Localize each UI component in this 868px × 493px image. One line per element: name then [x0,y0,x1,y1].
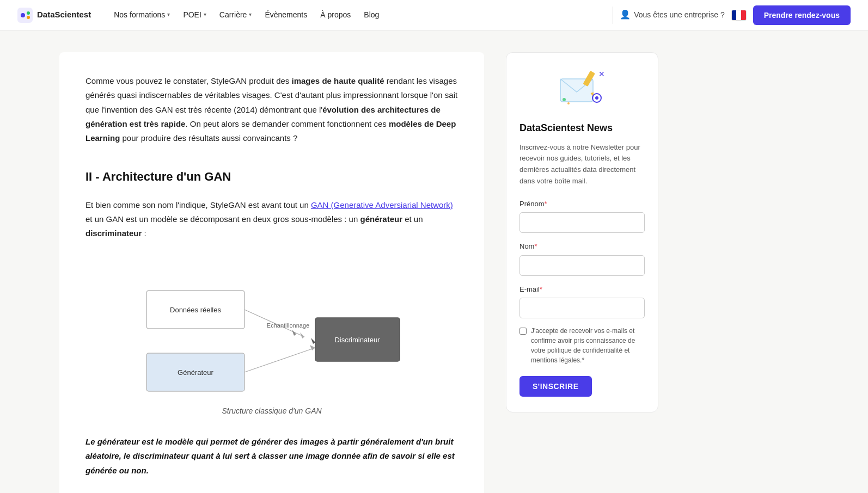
page-wrapper: Comme vous pouvez le constater, StyleGAN… [42,30,826,493]
chevron-down-icon: ▾ [167,10,170,20]
svg-marker-9 [311,338,315,344]
svg-text:Discriminateur: Discriminateur [334,336,380,344]
checkbox-row: J'accepte de recevoir vos e-mails et con… [519,326,645,365]
newsletter-title: DataScientest News [519,120,645,137]
newsletter-icon-container: ✕ [519,68,645,112]
gan-link[interactable]: GAN (Generative Adversiarial Network) [311,200,453,209]
diagram-svg: Données réelles Echantillonnage Discrimi… [130,258,413,398]
flag-red [741,10,746,20]
diagram-caption: Structure classique d'un GAN [222,405,321,417]
main-content: Comme vous pouvez le constater, StyleGAN… [59,52,484,493]
nav-divider [613,7,613,24]
nav-item-carriere[interactable]: Carrière ▾ [214,5,258,24]
prenom-input[interactable] [519,212,645,233]
flag-white [736,10,741,20]
svg-point-2 [27,11,30,15]
email-label: E-mail* [519,284,645,295]
svg-text:Données réelles: Données réelles [170,306,221,314]
sidebar: ✕ DataScientest News Inscrivez-vous à no… [506,52,658,493]
nav-item-apropos[interactable]: À propos [315,5,356,24]
email-group: E-mail* [519,284,645,318]
nom-input[interactable] [519,255,645,276]
consent-label[interactable]: J'accepte de recevoir vos e-mails et con… [531,326,645,365]
intro-paragraph: Comme vous pouvez le constater, StyleGAN… [85,74,458,145]
nav-right: 👤 Vous êtes une entreprise ? Prendre ren… [620,5,851,25]
email-input[interactable] [519,298,645,318]
nav-item-poei[interactable]: POEI ▾ [178,5,211,24]
svg-point-1 [21,13,25,17]
svg-point-3 [27,16,30,19]
logo-icon [17,8,33,23]
cta-rendez-vous-button[interactable]: Prendre rendez-vous [753,5,851,25]
prenom-group: Prénom* [519,198,645,233]
enterprise-link[interactable]: 👤 Vous êtes une entreprise ? [620,8,725,22]
chevron-down-icon: ▾ [249,10,252,20]
newsletter-illustration: ✕ [558,68,607,112]
person-icon: 👤 [620,8,631,22]
svg-text:Générateur: Générateur [178,368,213,377]
svg-point-23 [563,98,566,101]
gan-diagram: Données réelles Echantillonnage Discrimi… [85,258,458,417]
highlight-block: Le générateur est le modèle qui permet d… [85,435,458,478]
body-text-1: Et bien comme son nom l'indique, StyleGA… [85,198,458,241]
svg-point-24 [567,102,570,104]
logo[interactable]: DataScientest [17,8,91,23]
newsletter-desc: Inscrivez-vous à notre Newsletter pour r… [519,142,645,187]
nom-label: Nom* [519,241,645,252]
navigation: DataScientest Nos formations ▾ POEI ▾ Ca… [0,0,868,30]
language-flag-fr[interactable] [731,10,747,21]
nav-links: Nos formations ▾ POEI ▾ Carrière ▾ Évène… [108,5,606,24]
nom-group: Nom* [519,241,645,275]
flag-blue [732,10,737,20]
nav-item-evenements[interactable]: Évènements [259,5,313,24]
section-title: II - Architecture d'un GAN [85,167,458,187]
svg-line-14 [244,348,315,372]
nav-item-formations[interactable]: Nos formations ▾ [108,5,175,24]
chevron-down-icon: ▾ [204,10,206,20]
consent-checkbox[interactable] [519,328,527,335]
subscribe-button[interactable]: S'INSCRIRE [519,376,592,397]
nav-item-blog[interactable]: Blog [358,5,384,24]
newsletter-card: ✕ DataScientest News Inscrivez-vous à no… [506,52,658,412]
svg-text:Echantillonnage: Echantillonnage [267,322,309,329]
svg-text:✕: ✕ [598,70,605,78]
logo-text: DataScientest [37,8,91,22]
prenom-label: Prénom* [519,198,645,209]
svg-point-21 [595,96,598,100]
